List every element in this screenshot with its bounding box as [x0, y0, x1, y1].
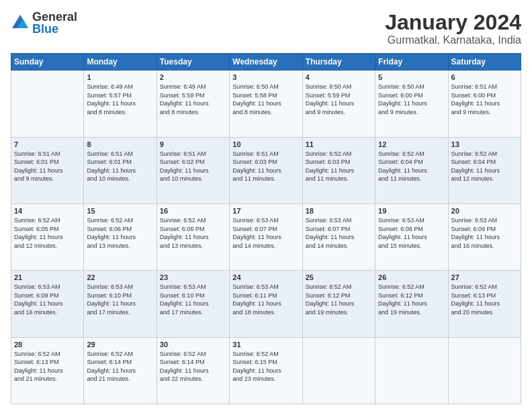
day-number: 22 [87, 273, 153, 281]
logo: General Blue [11, 11, 77, 35]
day-cell: 29Sunrise: 6:52 AM Sunset: 6:14 PM Dayli… [84, 337, 157, 404]
day-info: Sunrise: 6:50 AM Sunset: 6:00 PM Dayligh… [378, 83, 445, 116]
week-row-1: 1Sunrise: 6:49 AM Sunset: 5:57 PM Daylig… [11, 71, 521, 137]
day-number: 9 [160, 140, 226, 148]
day-number: 5 [378, 73, 445, 81]
header: General Blue January 2024 Gurmatkal, Kar… [11, 11, 521, 46]
day-number: 26 [378, 273, 445, 281]
logo-icon [11, 13, 30, 32]
day-cell: 22Sunrise: 6:53 AM Sunset: 6:10 PM Dayli… [84, 271, 157, 337]
day-cell: 10Sunrise: 6:51 AM Sunset: 6:03 PM Dayli… [230, 137, 302, 203]
day-number: 25 [306, 273, 372, 281]
day-number: 18 [306, 207, 372, 215]
day-cell: 21Sunrise: 6:53 AM Sunset: 6:09 PM Dayli… [11, 271, 84, 337]
logo-general: General [32, 11, 77, 23]
day-number: 24 [232, 273, 299, 281]
day-number: 19 [378, 207, 445, 215]
day-info: Sunrise: 6:52 AM Sunset: 6:15 PM Dayligh… [232, 350, 299, 383]
day-header-thursday: Thursday [302, 54, 375, 71]
day-cell: 15Sunrise: 6:52 AM Sunset: 6:06 PM Dayli… [84, 203, 157, 270]
day-info: Sunrise: 6:52 AM Sunset: 6:14 PM Dayligh… [87, 350, 153, 383]
day-cell: 28Sunrise: 6:52 AM Sunset: 6:13 PM Dayli… [11, 337, 84, 404]
day-number: 2 [160, 73, 226, 81]
day-number: 11 [306, 140, 372, 148]
day-info: Sunrise: 6:51 AM Sunset: 6:02 PM Dayligh… [160, 150, 226, 183]
day-number: 14 [14, 207, 81, 215]
day-cell: 19Sunrise: 6:53 AM Sunset: 6:08 PM Dayli… [375, 203, 448, 270]
calendar-header: SundayMondayTuesdayWednesdayThursdayFrid… [11, 54, 521, 71]
day-header-sunday: Sunday [11, 54, 84, 71]
day-number: 1 [87, 73, 153, 81]
day-header-monday: Monday [84, 54, 157, 71]
day-cell: 9Sunrise: 6:51 AM Sunset: 6:02 PM Daylig… [157, 137, 229, 203]
day-number: 10 [232, 140, 299, 148]
day-cell: 30Sunrise: 6:52 AM Sunset: 6:14 PM Dayli… [157, 337, 229, 404]
day-number: 28 [14, 340, 81, 349]
day-info: Sunrise: 6:52 AM Sunset: 6:04 PM Dayligh… [451, 150, 518, 183]
calendar-body: 1Sunrise: 6:49 AM Sunset: 5:57 PM Daylig… [11, 71, 521, 404]
day-number: 27 [451, 273, 518, 281]
page: General Blue January 2024 Gurmatkal, Kar… [0, 0, 532, 411]
day-number: 8 [87, 140, 153, 148]
day-cell: 14Sunrise: 6:52 AM Sunset: 6:05 PM Dayli… [11, 203, 84, 270]
day-number: 17 [232, 207, 299, 215]
logo-blue: Blue [32, 23, 77, 35]
day-cell: 25Sunrise: 6:52 AM Sunset: 6:12 PM Dayli… [302, 271, 375, 337]
day-number: 23 [160, 273, 226, 281]
day-info: Sunrise: 6:52 AM Sunset: 6:12 PM Dayligh… [378, 283, 445, 316]
week-row-4: 21Sunrise: 6:53 AM Sunset: 6:09 PM Dayli… [11, 271, 521, 337]
day-cell: 7Sunrise: 6:51 AM Sunset: 6:01 PM Daylig… [11, 137, 84, 203]
week-row-3: 14Sunrise: 6:52 AM Sunset: 6:05 PM Dayli… [11, 203, 521, 270]
day-info: Sunrise: 6:50 AM Sunset: 5:58 PM Dayligh… [232, 83, 299, 116]
location-title: Gurmatkal, Karnataka, India [385, 34, 521, 46]
day-info: Sunrise: 6:53 AM Sunset: 6:08 PM Dayligh… [378, 216, 445, 250]
day-number: 21 [14, 273, 81, 281]
day-cell: 12Sunrise: 6:52 AM Sunset: 6:04 PM Dayli… [375, 137, 448, 203]
logo-text: General Blue [32, 11, 77, 35]
day-info: Sunrise: 6:50 AM Sunset: 5:59 PM Dayligh… [306, 83, 372, 116]
day-number: 6 [451, 73, 518, 81]
week-row-5: 28Sunrise: 6:52 AM Sunset: 6:13 PM Dayli… [11, 337, 521, 404]
day-cell: 27Sunrise: 6:52 AM Sunset: 6:13 PM Dayli… [448, 271, 521, 337]
day-cell: 11Sunrise: 6:52 AM Sunset: 6:03 PM Dayli… [302, 137, 375, 203]
day-cell [11, 71, 84, 137]
day-cell [448, 337, 521, 404]
day-info: Sunrise: 6:52 AM Sunset: 6:03 PM Dayligh… [306, 150, 372, 183]
day-info: Sunrise: 6:51 AM Sunset: 6:00 PM Dayligh… [451, 83, 518, 116]
day-cell: 1Sunrise: 6:49 AM Sunset: 5:57 PM Daylig… [84, 71, 157, 137]
week-row-2: 7Sunrise: 6:51 AM Sunset: 6:01 PM Daylig… [11, 137, 521, 203]
day-info: Sunrise: 6:53 AM Sunset: 6:11 PM Dayligh… [232, 283, 299, 316]
day-cell: 16Sunrise: 6:52 AM Sunset: 6:06 PM Dayli… [157, 203, 229, 270]
day-cell: 23Sunrise: 6:53 AM Sunset: 6:10 PM Dayli… [157, 271, 229, 337]
day-cell: 18Sunrise: 6:53 AM Sunset: 6:07 PM Dayli… [302, 203, 375, 270]
day-cell: 17Sunrise: 6:53 AM Sunset: 6:07 PM Dayli… [230, 203, 302, 270]
day-info: Sunrise: 6:53 AM Sunset: 6:10 PM Dayligh… [160, 283, 226, 316]
day-cell: 20Sunrise: 6:53 AM Sunset: 6:09 PM Dayli… [448, 203, 521, 270]
day-cell: 2Sunrise: 6:49 AM Sunset: 5:58 PM Daylig… [157, 71, 229, 137]
day-info: Sunrise: 6:49 AM Sunset: 5:58 PM Dayligh… [160, 83, 226, 116]
day-cell [302, 337, 375, 404]
day-number: 16 [160, 207, 226, 215]
day-info: Sunrise: 6:53 AM Sunset: 6:09 PM Dayligh… [451, 216, 518, 250]
day-number: 31 [232, 340, 299, 349]
day-info: Sunrise: 6:52 AM Sunset: 6:04 PM Dayligh… [378, 150, 445, 183]
day-cell: 8Sunrise: 6:51 AM Sunset: 6:01 PM Daylig… [84, 137, 157, 203]
day-cell: 26Sunrise: 6:52 AM Sunset: 6:12 PM Dayli… [375, 271, 448, 337]
days-header-row: SundayMondayTuesdayWednesdayThursdayFrid… [11, 54, 521, 71]
day-number: 3 [232, 73, 299, 81]
day-number: 15 [87, 207, 153, 215]
day-info: Sunrise: 6:53 AM Sunset: 6:10 PM Dayligh… [87, 283, 153, 316]
day-info: Sunrise: 6:52 AM Sunset: 6:05 PM Dayligh… [14, 216, 81, 250]
day-number: 30 [160, 340, 226, 349]
day-number: 12 [378, 140, 445, 148]
day-number: 4 [306, 73, 372, 81]
title-block: January 2024 Gurmatkal, Karnataka, India [385, 11, 521, 46]
day-cell [375, 337, 448, 404]
day-number: 13 [451, 140, 518, 148]
day-header-wednesday: Wednesday [230, 54, 302, 71]
day-info: Sunrise: 6:52 AM Sunset: 6:06 PM Dayligh… [160, 216, 226, 250]
day-cell: 3Sunrise: 6:50 AM Sunset: 5:58 PM Daylig… [230, 71, 302, 137]
day-info: Sunrise: 6:52 AM Sunset: 6:14 PM Dayligh… [160, 350, 226, 383]
day-info: Sunrise: 6:53 AM Sunset: 6:09 PM Dayligh… [14, 283, 81, 316]
day-cell: 5Sunrise: 6:50 AM Sunset: 6:00 PM Daylig… [375, 71, 448, 137]
